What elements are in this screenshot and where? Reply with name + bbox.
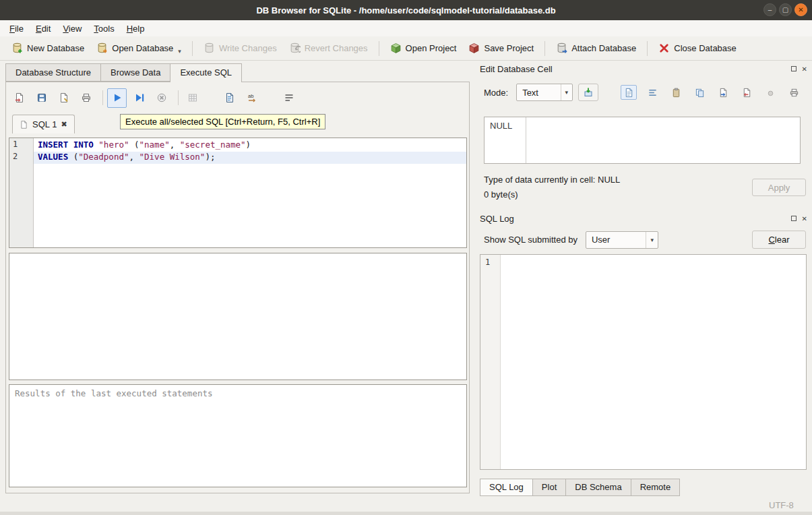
find-replace-icon: ab bbox=[247, 92, 257, 103]
minimize-button[interactable]: – bbox=[763, 3, 776, 16]
sql-log-header: SQL Log ✕ bbox=[480, 212, 807, 224]
sql-editor[interactable]: 12 INSERT INTO "hero" ("name", "secret_n… bbox=[9, 138, 467, 248]
save-project-icon bbox=[468, 42, 480, 54]
execute-tooltip: Execute all/selected SQL [Ctrl+Return, F… bbox=[120, 114, 325, 129]
results-grid[interactable] bbox=[9, 253, 467, 380]
close-database-button[interactable]: Close Database bbox=[652, 39, 743, 57]
tab-execute-sql[interactable]: Execute SQL bbox=[170, 63, 242, 82]
execute-sql-panel: ab SQL 1 ✖ 12 INSERT INTO "hero" ("name"… bbox=[5, 82, 470, 493]
word-wrap-button[interactable] bbox=[279, 88, 299, 108]
write-changes-button[interactable]: Write Changes bbox=[197, 39, 283, 57]
close-database-icon bbox=[658, 42, 670, 54]
save-sql-as-button[interactable] bbox=[54, 88, 73, 108]
menu-tools[interactable]: Tools bbox=[88, 22, 120, 36]
execute-current-line-button[interactable] bbox=[129, 88, 149, 108]
copy-icon bbox=[695, 88, 705, 98]
open-sql-new-tab-button[interactable] bbox=[220, 88, 239, 108]
titlebar[interactable]: DB Browser for SQLite - /home/user/code/… bbox=[0, 0, 812, 20]
results-placeholder: Results of the last executed statements bbox=[15, 388, 213, 398]
open-database-dropdown-icon[interactable]: ▾ bbox=[178, 48, 181, 55]
execute-all-button[interactable] bbox=[107, 88, 127, 108]
float-panel-icon[interactable] bbox=[791, 216, 797, 221]
open-project-label: Open Project bbox=[406, 43, 457, 53]
close-tab-icon[interactable]: ✖ bbox=[61, 120, 67, 129]
write-changes-label: Write Changes bbox=[219, 43, 277, 53]
window-bottom-edge bbox=[0, 512, 812, 515]
sql-editor-tab[interactable]: SQL 1 ✖ bbox=[12, 115, 75, 133]
cell-editor[interactable]: NULL bbox=[484, 117, 801, 164]
revert-changes-button[interactable]: Revert Changes bbox=[283, 39, 374, 57]
mode-label: Mode: bbox=[484, 88, 508, 98]
revert-changes-icon bbox=[289, 42, 301, 54]
edit-cell-toolbar: Mode: Text ▾ bbox=[484, 83, 802, 102]
clear-label: Clear bbox=[768, 235, 789, 245]
maximize-button[interactable]: ▢ bbox=[779, 3, 792, 16]
close-panel-icon[interactable]: ✕ bbox=[802, 215, 807, 222]
sql-toolbar: ab bbox=[9, 87, 301, 109]
close-panel-icon[interactable]: ✕ bbox=[802, 65, 807, 73]
attach-database-button[interactable]: Attach Database bbox=[550, 39, 642, 57]
submitted-by-select[interactable]: User ▾ bbox=[586, 231, 658, 249]
export-file-button[interactable] bbox=[739, 85, 755, 100]
menubar: File Edit View Tools Help bbox=[0, 20, 812, 36]
copy-button[interactable] bbox=[691, 85, 708, 100]
chevron-down-icon: ▾ bbox=[646, 232, 658, 248]
menu-view[interactable]: View bbox=[57, 22, 88, 36]
set-null-button[interactable] bbox=[762, 85, 778, 100]
text-view-button[interactable] bbox=[621, 85, 637, 100]
paste-button[interactable] bbox=[668, 85, 684, 100]
word-wrap-icon bbox=[284, 92, 294, 103]
sql-log-filter-row: Show SQL submitted by User ▾ bbox=[484, 231, 658, 249]
sql-log-view[interactable]: 1 bbox=[480, 254, 807, 470]
toolbar-separator bbox=[544, 41, 545, 56]
menu-file[interactable]: File bbox=[3, 22, 30, 36]
save-project-label: Save Project bbox=[484, 43, 534, 53]
bottom-tab-bar: SQL Log Plot DB Schema Remote bbox=[480, 479, 679, 496]
print-cell-button[interactable] bbox=[786, 85, 802, 100]
open-project-button[interactable]: Open Project bbox=[384, 39, 463, 57]
submitted-by-value: User bbox=[592, 235, 610, 245]
close-window-button[interactable]: ✕ bbox=[794, 3, 807, 16]
log-line-gutter: 1 bbox=[480, 255, 501, 469]
encoding-status: UTF-8 bbox=[769, 500, 794, 510]
code-area[interactable]: INSERT INTO "hero" ("name", "secret_name… bbox=[34, 138, 466, 247]
tab-remote[interactable]: Remote bbox=[631, 479, 681, 496]
open-sql-file-button[interactable] bbox=[9, 88, 29, 108]
import-file-button[interactable] bbox=[715, 85, 731, 100]
clear-log-button[interactable]: Clear bbox=[752, 231, 806, 249]
stop-execution-button[interactable] bbox=[152, 88, 171, 108]
save-results-button[interactable] bbox=[183, 88, 202, 108]
open-sql-file-icon bbox=[14, 92, 25, 103]
tab-database-structure[interactable]: Database Structure bbox=[5, 63, 101, 82]
tab-db-schema[interactable]: DB Schema bbox=[565, 479, 631, 496]
print-sql-button[interactable] bbox=[76, 88, 96, 108]
tab-browse-data[interactable]: Browse Data bbox=[100, 63, 170, 82]
attach-database-icon bbox=[556, 42, 567, 54]
new-database-button[interactable]: New Database bbox=[5, 39, 90, 57]
word-wrap-icon bbox=[648, 88, 658, 98]
main-toolbar: New Database Open Database ▾ Write Chang… bbox=[0, 36, 812, 61]
open-database-button[interactable]: Open Database ▾ bbox=[90, 39, 187, 57]
attach-database-label: Attach Database bbox=[571, 43, 636, 53]
close-database-label: Close Database bbox=[674, 43, 737, 53]
save-project-button[interactable]: Save Project bbox=[462, 39, 540, 57]
save-sql-file-button[interactable] bbox=[32, 88, 51, 108]
float-panel-icon[interactable] bbox=[791, 66, 797, 71]
tab-sql-log[interactable]: SQL Log bbox=[480, 479, 533, 496]
find-replace-button[interactable]: ab bbox=[242, 88, 261, 108]
cell-icon-row bbox=[621, 85, 802, 100]
word-wrap-cell-button[interactable] bbox=[644, 85, 660, 100]
code-line[interactable]: INSERT INTO "hero" ("name", "secret_name… bbox=[34, 140, 466, 152]
menu-edit[interactable]: Edit bbox=[30, 22, 57, 36]
import-data-button[interactable] bbox=[578, 84, 598, 101]
code-line[interactable]: VALUES ("Deadpond", "Dive Wilson"); bbox=[34, 152, 466, 164]
tab-plot[interactable]: Plot bbox=[532, 479, 566, 496]
import-data-icon bbox=[583, 87, 594, 98]
menu-help[interactable]: Help bbox=[121, 22, 151, 36]
sql-tab-document-icon bbox=[20, 120, 28, 129]
results-message-area[interactable]: Results of the last executed statements bbox=[9, 384, 467, 487]
apply-button[interactable]: Apply bbox=[752, 179, 806, 196]
maximize-icon: ▢ bbox=[782, 6, 788, 13]
mode-select[interactable]: Text ▾ bbox=[516, 84, 573, 101]
filter-label: Show SQL submitted by bbox=[484, 235, 577, 245]
